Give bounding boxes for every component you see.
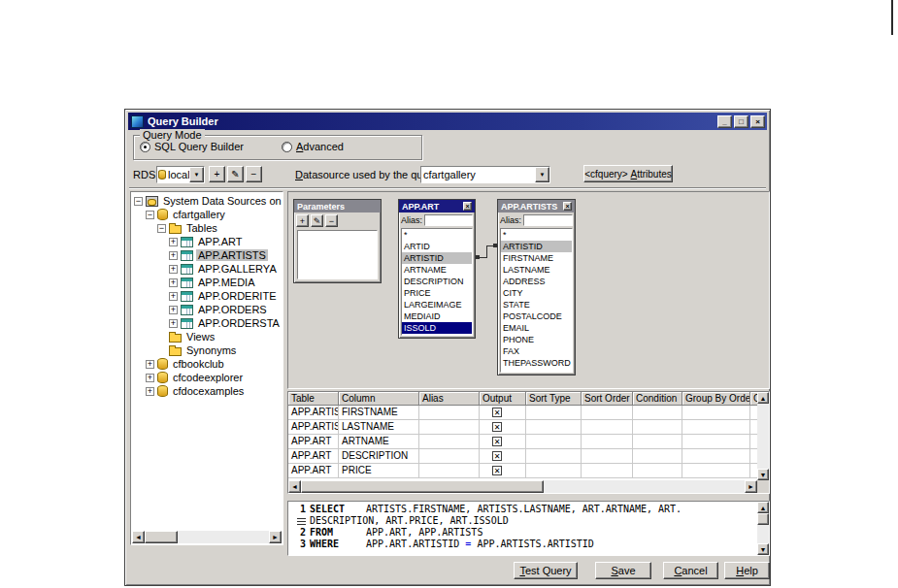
table-window-app-art[interactable]: APP.ART × Alias: * ARTID ARTISTID ARTNAM… (398, 199, 476, 339)
cell-condition[interactable] (633, 435, 682, 449)
column-item[interactable]: PHONE (501, 334, 572, 345)
header-table[interactable]: Table (288, 392, 339, 406)
tree-item-app-art[interactable]: + APP.ART (132, 235, 282, 248)
cell-criteria[interactable] (750, 435, 757, 449)
expand-icon[interactable]: + (169, 251, 178, 260)
dropdown-arrow-icon[interactable]: ▼ (535, 167, 549, 182)
edit-rds-server-button[interactable]: ✎ (227, 166, 244, 182)
expand-icon[interactable]: + (146, 374, 154, 382)
radio-advanced[interactable]: Advanced (282, 141, 344, 152)
add-parameter-button[interactable]: + (296, 214, 309, 227)
collapse-icon[interactable]: − (134, 197, 143, 206)
tree-item-cfcodeexplorer[interactable]: + cfcodeexplorer (132, 371, 282, 384)
cell-condition[interactable] (633, 449, 682, 464)
dropdown-arrow-icon[interactable]: ▼ (189, 167, 204, 182)
save-button[interactable]: Save (595, 562, 651, 579)
scroll-left-icon[interactable]: ◄ (288, 480, 301, 493)
grid-row[interactable]: APP.ARTISTS FIRSTNAME ✕ (288, 406, 757, 420)
tree-item-synonyms[interactable]: Synonyms (132, 343, 282, 357)
tree-item-cfdocexamples[interactable]: + cfdocexamples (132, 384, 282, 398)
cfquery-attributes-button[interactable]: <cfquery> Attributes (583, 165, 673, 182)
header-criteria[interactable]: Criteria (750, 392, 757, 406)
cell-column[interactable]: DESCRIPTION (339, 449, 419, 464)
tree-item-system-data-sources[interactable]: − System Data Sources on loc (132, 194, 282, 208)
grid-row[interactable]: APP.ART ARTNAME ✕ (288, 435, 757, 449)
grid-row[interactable]: APP.ART PRICE ✕ (288, 464, 757, 478)
radio-unselected-icon[interactable] (282, 142, 292, 152)
cell-output[interactable]: ✕ (480, 449, 526, 464)
cell-sort-order[interactable] (582, 420, 633, 435)
scroll-up-icon[interactable]: ▲ (757, 392, 769, 404)
cell-criteria[interactable] (750, 449, 757, 464)
tree-item-cfbookclub[interactable]: + cfbookclub (132, 357, 282, 371)
remove-rds-server-button[interactable]: − (246, 166, 262, 182)
cell-criteria[interactable] (750, 420, 757, 435)
cell-sort-type[interactable] (526, 449, 582, 464)
parameters-list[interactable] (297, 230, 378, 279)
scrollbar-thumb[interactable] (757, 513, 769, 525)
grid-horizontal-scrollbar[interactable]: ◄ ► (288, 480, 757, 493)
header-group-by-order[interactable]: Group By Order (682, 392, 750, 406)
sql-editor[interactable]: 1 SELECT ARTISTS.FIRSTNAME, ARTISTS.LAST… (287, 501, 770, 556)
help-button[interactable]: Help (724, 562, 770, 579)
tree-item-app-orders[interactable]: + APP.ORDERS (132, 303, 282, 316)
column-item[interactable]: FAX (501, 345, 572, 357)
collapse-icon[interactable]: − (146, 211, 154, 219)
cell-table[interactable]: APP.ART (288, 464, 339, 478)
radio-selected-icon[interactable] (140, 142, 150, 152)
column-item[interactable]: * (402, 229, 472, 241)
cell-group-by-order[interactable] (682, 464, 750, 478)
scrollbar-thumb[interactable] (145, 531, 178, 543)
cell-criteria[interactable] (750, 464, 757, 478)
expand-icon[interactable]: + (169, 278, 178, 287)
tree-item-views[interactable]: Views (132, 330, 282, 343)
app-art-titlebar[interactable]: APP.ART × (399, 200, 475, 212)
cancel-button[interactable]: Cancel (663, 562, 718, 579)
tree-item-app-orderite[interactable]: + APP.ORDERITE (132, 289, 282, 303)
column-item[interactable]: POSTALCODE (501, 310, 572, 322)
output-checkbox-checked[interactable]: ✕ (492, 408, 502, 417)
datasource-tree[interactable]: − System Data Sources on loc − cfartgall… (130, 191, 283, 545)
minimize-icon[interactable]: _ (717, 115, 732, 128)
header-sort-order[interactable]: Sort Order (582, 392, 633, 406)
add-rds-server-button[interactable]: + (209, 166, 225, 182)
tree-item-tables[interactable]: − Tables (132, 221, 282, 235)
cell-column[interactable]: ARTNAME (339, 435, 419, 449)
expand-icon[interactable]: + (169, 306, 178, 314)
column-item[interactable]: PRICE (402, 287, 472, 299)
expand-icon[interactable]: + (169, 319, 178, 328)
cell-sort-order[interactable] (582, 449, 633, 464)
cell-output[interactable]: ✕ (480, 435, 526, 449)
sql-vertical-scrollbar[interactable]: ▲ ▼ (757, 502, 769, 555)
grid-vertical-scrollbar[interactable]: ▲ ▼ (757, 392, 769, 480)
output-checkbox-checked[interactable]: ✕ (492, 422, 502, 432)
app-artists-titlebar[interactable]: APP.ARTISTS × (498, 200, 575, 212)
datasource-combobox[interactable]: cfartgallery ▼ (420, 166, 550, 183)
cell-group-by-order[interactable] (682, 406, 750, 420)
alias-input[interactable] (523, 214, 573, 226)
column-item[interactable]: MEDIAID (402, 310, 472, 322)
column-item[interactable]: * (501, 229, 572, 241)
output-checkbox-checked[interactable]: ✕ (492, 466, 502, 475)
maximize-icon[interactable]: □ (734, 115, 748, 128)
app-art-column-list[interactable]: * ARTID ARTISTID ARTNAME DESCRIPTION PRI… (401, 228, 473, 336)
cell-alias[interactable] (419, 435, 480, 449)
scroll-left-icon[interactable]: ◄ (132, 531, 145, 543)
grid-row[interactable]: APP.ART DESCRIPTION ✕ (288, 449, 757, 464)
cell-output[interactable]: ✕ (480, 406, 526, 420)
app-artists-column-list[interactable]: * ARTISTID FIRSTNAME LASTNAME ADDRESS CI… (500, 228, 573, 373)
alias-input[interactable] (424, 214, 473, 226)
cell-sort-type[interactable] (526, 420, 582, 435)
tree-item-app-artists[interactable]: + APP.ARTISTS (132, 248, 282, 262)
cell-column[interactable]: FIRSTNAME (339, 406, 419, 420)
cell-sort-order[interactable] (582, 435, 633, 449)
column-item[interactable]: THEPASSWORD (501, 357, 572, 369)
cell-alias[interactable] (419, 406, 480, 420)
expand-icon[interactable]: + (146, 360, 154, 369)
cell-table[interactable]: APP.ART (288, 449, 339, 464)
cell-alias[interactable] (419, 420, 480, 435)
column-item[interactable]: DESCRIPTION (402, 276, 472, 287)
header-sort-type[interactable]: Sort Type (526, 392, 582, 406)
header-output[interactable]: Output (480, 392, 526, 406)
close-icon[interactable]: × (563, 202, 572, 211)
